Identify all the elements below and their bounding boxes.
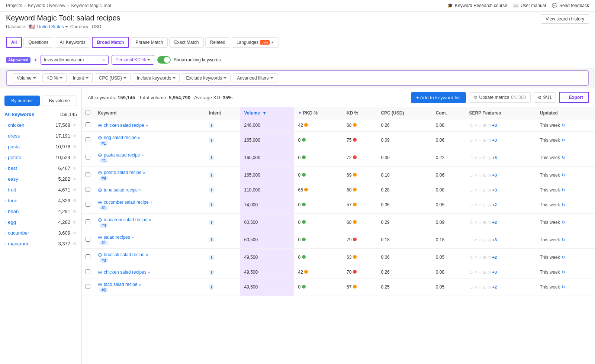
intent-column-header[interactable]: Intent <box>205 107 241 119</box>
row-checkbox-cell[interactable] <box>82 132 94 149</box>
kd-column-header[interactable]: KD % <box>343 107 377 119</box>
eye-icon-bean[interactable]: 👁 <box>73 209 77 214</box>
row-checkbox[interactable] <box>86 172 90 177</box>
row-checkbox-cell[interactable] <box>82 266 94 278</box>
refresh-icon[interactable]: ↻ <box>562 173 565 178</box>
tab-all-keywords[interactable]: All Keywords <box>55 37 90 48</box>
tab-broad-match[interactable]: Broad Match <box>92 37 129 48</box>
row-checkbox[interactable] <box>86 254 90 259</box>
sidebar-item-bean[interactable]: › bean 4,291 👁 <box>0 206 81 217</box>
row-checkbox[interactable] <box>86 284 90 289</box>
eye-icon-easy[interactable]: 👁 <box>73 177 77 182</box>
eye-icon-tune[interactable]: 👁 <box>73 198 77 203</box>
pkd-column-header[interactable]: ✦ PKD % <box>294 107 343 119</box>
updated-column-header[interactable]: Updated <box>536 107 595 119</box>
advanced-filters[interactable]: Advanced filters <box>233 73 277 83</box>
sidebar-item-pasta[interactable]: › pasta 10,978 👁 <box>0 141 81 152</box>
keyword-link[interactable]: ⊕ cucumber salad recipe » <box>98 199 202 205</box>
view-search-history-button[interactable]: View search history <box>541 14 589 24</box>
keyword-link[interactable]: ⊕ chicken salad recipes » <box>98 269 202 275</box>
by-volume-button[interactable]: By volume <box>42 96 77 106</box>
refresh-icon[interactable]: ↻ <box>562 138 565 143</box>
eye-icon-pasta[interactable]: 👁 <box>73 144 77 149</box>
row-checkbox[interactable] <box>86 122 90 127</box>
eye-icon-potato[interactable]: 👁 <box>73 155 77 160</box>
row-checkbox[interactable] <box>86 187 90 192</box>
keyword-column-header[interactable]: Keyword <box>94 107 205 119</box>
breadcrumb-projects[interactable]: Projects <box>6 3 22 8</box>
row-checkbox-cell[interactable] <box>82 184 94 196</box>
eye-icon-macaroni[interactable]: 👁 <box>73 241 77 247</box>
sidebar-item-chicken[interactable]: › chicken 17,568 👁 <box>0 120 81 131</box>
sidebar-item-best[interactable]: › best 6,467 👁 <box>0 163 81 174</box>
keyword-link[interactable]: ⊕ macaroni salad recipe » <box>98 217 202 223</box>
sidebar-item-dress[interactable]: › dress 17,191 👁 <box>0 131 81 141</box>
cpc-filter[interactable]: CPC (USD) <box>95 73 131 83</box>
user-manual-link[interactable]: 📖 User manual <box>513 3 546 8</box>
database-country-link[interactable]: United States <box>37 24 68 29</box>
tab-languages[interactable]: Languages beta <box>232 37 279 48</box>
row-checkbox-cell[interactable] <box>82 149 94 167</box>
settings-columns-button[interactable]: ⚙ 9/11 <box>534 92 556 103</box>
sidebar-item-easy[interactable]: › easy 5,282 👁 <box>0 174 81 184</box>
refresh-icon[interactable]: ↻ <box>562 187 565 193</box>
refresh-icon[interactable]: ↻ <box>562 220 565 225</box>
keyword-link[interactable]: ⊕ taco salad recipe » <box>98 281 202 287</box>
kd-filter[interactable]: KD % <box>42 73 67 83</box>
row-checkbox-cell[interactable] <box>82 196 94 214</box>
eye-icon-fruit[interactable]: 👁 <box>73 187 77 193</box>
row-checkbox[interactable] <box>86 219 90 224</box>
sidebar-item-tune[interactable]: › tune 4,323 👁 <box>0 195 81 206</box>
sidebar-item-fruit[interactable]: › fruit 4,671 👁 <box>0 184 81 195</box>
row-checkbox[interactable] <box>86 269 90 274</box>
exclude-keywords-filter[interactable]: Exclude keywords <box>182 73 231 83</box>
send-feedback-link[interactable]: 💬 Send feedback <box>552 3 589 8</box>
tab-related[interactable]: Related <box>205 37 230 48</box>
intent-filter[interactable]: Intent <box>69 73 93 83</box>
row-checkbox-cell[interactable] <box>82 167 94 184</box>
clear-domain-button[interactable]: × <box>102 57 105 63</box>
row-checkbox[interactable] <box>86 237 90 242</box>
sidebar-item-cucumber[interactable]: › cucumber 3,609 👁 <box>0 228 81 238</box>
eye-icon-dress[interactable]: 👁 <box>73 133 77 139</box>
row-checkbox[interactable] <box>86 155 90 160</box>
refresh-icon[interactable]: ↻ <box>562 284 565 290</box>
refresh-icon[interactable]: ↻ <box>562 270 565 275</box>
export-button[interactable]: ↑ Export <box>559 92 589 103</box>
sidebar-item-potato[interactable]: › potato 10,524 👁 <box>0 152 81 163</box>
refresh-icon[interactable]: ↻ <box>562 255 565 260</box>
update-metrics-button[interactable]: ↻ Update metrics 0/1,000 <box>469 92 531 103</box>
keyword-link[interactable]: ⊕ chicken salad recipe » <box>98 122 202 128</box>
row-checkbox-cell[interactable] <box>82 278 94 296</box>
row-checkbox-cell[interactable] <box>82 214 94 231</box>
keyword-link[interactable]: ⊕ pasta salad recipe » <box>98 152 202 158</box>
breadcrumb-keyword-overview[interactable]: Keyword Overview <box>28 3 65 8</box>
select-all-header[interactable] <box>82 107 94 119</box>
select-all-checkbox[interactable] <box>86 110 90 115</box>
sidebar-all-keywords[interactable]: All keywords 159,145 <box>0 109 81 120</box>
add-to-keyword-list-button[interactable]: + Add to keyword list <box>411 92 466 103</box>
refresh-icon[interactable]: ↻ <box>562 123 565 128</box>
com-column-header[interactable]: Com. <box>432 107 466 119</box>
tab-questions[interactable]: Questions <box>23 37 53 48</box>
keyword-link[interactable]: ⊕ salad recipes » <box>98 234 202 240</box>
refresh-icon[interactable]: ↻ <box>562 237 565 242</box>
tab-exact-match[interactable]: Exact Match <box>169 37 203 48</box>
row-checkbox[interactable] <box>86 137 90 142</box>
volume-filter[interactable]: Volume <box>13 73 40 83</box>
row-checkbox-cell[interactable] <box>82 231 94 249</box>
keyword-link[interactable]: ⊕ broccoli salad recipe » <box>98 252 202 258</box>
eye-icon-chicken[interactable]: 👁 <box>73 123 77 128</box>
volume-column-header[interactable]: Volume ▼ <box>240 107 294 119</box>
domain-input[interactable] <box>44 57 100 62</box>
tab-all[interactable]: All <box>6 37 22 48</box>
sidebar-item-macaroni[interactable]: › macaroni 3,377 👁 <box>0 238 81 249</box>
personal-kd-button[interactable]: Personal KD % <box>112 55 154 65</box>
cpc-column-header[interactable]: CPC (USD) <box>377 107 432 119</box>
row-checkbox-cell[interactable] <box>82 119 94 132</box>
keyword-link[interactable]: ⊕ potato salad recipe » <box>98 170 202 175</box>
include-keywords-filter[interactable]: Include keywords <box>133 73 180 83</box>
refresh-icon[interactable]: ↻ <box>562 202 565 207</box>
refresh-icon[interactable]: ↻ <box>562 155 565 160</box>
eye-icon-cucumber[interactable]: 👁 <box>73 231 77 236</box>
